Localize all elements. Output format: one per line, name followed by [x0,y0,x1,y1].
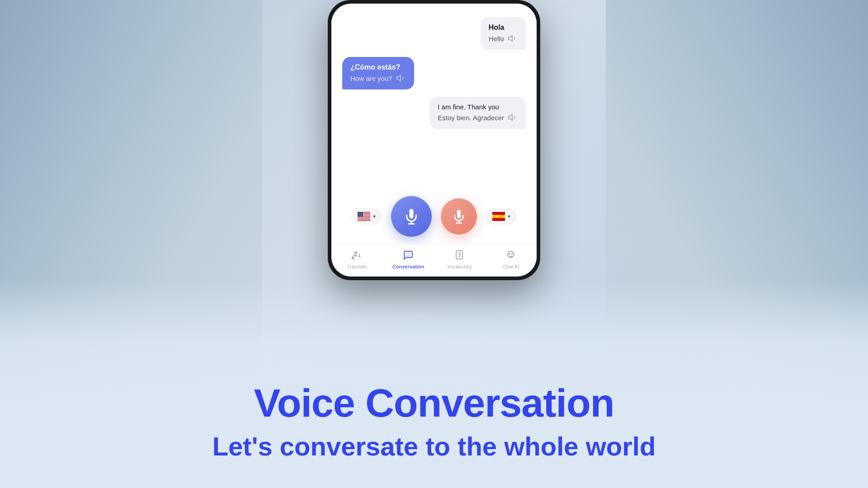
vocabulary-icon [453,249,466,262]
msg-fine-translation: Estoy bien. Agradecer [438,113,518,122]
message-como: ¿Cómo estás? How are you? [342,57,414,89]
msg-fine-original: I am fine. Thank you [438,103,518,111]
phone-wrapper: Hola Hello ¿Cómo estás? How are you? [328,0,540,280]
sub-headline: Let's conversate to the whole world [18,432,850,461]
svg-marker-0 [509,36,512,42]
es-flag-icon [492,212,505,221]
msg-hola-translation: Hello [489,33,518,43]
nav-item-vocabulary[interactable]: Vocabulary [434,249,486,269]
en-chevron: ▾ [373,213,376,220]
svg-marker-2 [509,115,512,121]
nav-item-translate[interactable]: A Translate [331,249,383,269]
chat-ai-icon [505,249,517,262]
msg-como-translation: How are you? [350,73,406,83]
svg-rect-22 [492,218,505,219]
nav-label-chat-ai: Chat AI [503,264,519,269]
us-flag-icon: ★ ★ ★ ★ ★ ★ ★ ★ ★ ★ ★ ★ ★ ★ ★ ★ ★ ★ ★ ★ … [358,212,370,221]
chat-area: Hola Hello ¿Cómo estás? How are you? [331,4,537,189]
mic-button-left[interactable] [391,196,432,237]
svg-rect-8 [358,218,370,219]
svg-rect-21 [492,214,505,215]
bottom-nav: A Translate Conversation [331,244,537,277]
message-hola: Hola Hello [481,17,526,50]
message-fine: I am fine. Thank you Estoy bien. Agradec… [429,97,526,129]
es-chevron: ▾ [508,213,510,220]
nav-item-chat-ai[interactable]: Chat AI [486,249,537,269]
svg-rect-9 [358,220,370,221]
svg-point-26 [509,253,510,254]
nav-item-conversation[interactable]: Conversation [383,249,434,269]
msg-hola-original: Hola [489,23,518,32]
bottom-text-area: Voice Conversation Let's conversate to t… [0,383,868,461]
nav-label-translate: Translate [347,264,367,269]
svg-rect-7 [358,217,370,218]
speaker-icon-3[interactable] [508,113,518,122]
phone-device: Hola Hello ¿Cómo estás? How are you? [328,0,540,280]
nav-label-conversation: Conversation [392,264,424,269]
svg-marker-1 [396,75,400,81]
translate-icon: A [351,249,363,262]
speaker-icon-2[interactable] [396,73,406,83]
microphone-icon-orange [452,209,466,224]
svg-point-27 [512,253,513,254]
svg-text:A: A [352,256,354,260]
main-headline: Voice Conversation [18,383,850,423]
lang-select-es[interactable]: ▾ [486,208,517,225]
lang-select-en[interactable]: ★ ★ ★ ★ ★ ★ ★ ★ ★ ★ ★ ★ ★ ★ ★ ★ ★ ★ ★ ★ … [351,208,382,225]
microphone-icon-blue [403,208,420,225]
nav-label-vocabulary: Vocabulary [448,264,472,269]
msg-como-original: ¿Cómo estás? [350,63,406,71]
mic-button-right[interactable] [441,198,477,235]
conversation-icon [402,249,415,262]
speaker-icon-1[interactable] [508,33,518,43]
mic-area: ★ ★ ★ ★ ★ ★ ★ ★ ★ ★ ★ ★ ★ ★ ★ ★ ★ ★ ★ ★ … [331,189,537,244]
phone-screen: Hola Hello ¿Cómo estás? How are you? [331,4,537,277]
